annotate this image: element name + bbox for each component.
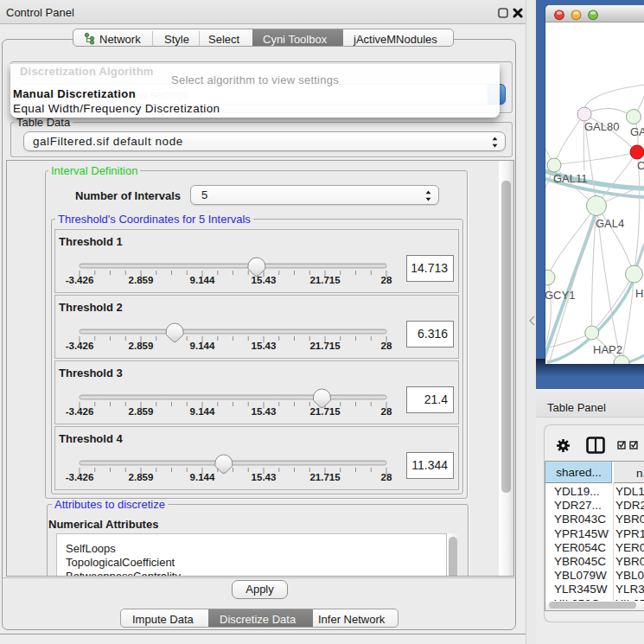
svg-text:2.859: 2.859: [129, 275, 154, 285]
svg-text:28: 28: [381, 275, 392, 285]
svg-text:9.144: 9.144: [190, 406, 215, 417]
svg-text:21.715: 21.715: [309, 275, 341, 285]
svg-text:28: 28: [381, 472, 392, 482]
svg-text:HAP2: HAP2: [593, 343, 622, 356]
svg-text:9.144: 9.144: [190, 472, 215, 482]
svg-text:15.43: 15.43: [252, 341, 277, 351]
svg-text:9.144: 9.144: [190, 275, 215, 285]
svg-text:2.859: 2.859: [129, 341, 154, 351]
svg-text:21.715: 21.715: [309, 472, 341, 482]
svg-text:15.43: 15.43: [252, 472, 277, 482]
svg-text:28: 28: [381, 406, 392, 417]
svg-text:-3.426: -3.426: [66, 406, 94, 417]
svg-text:15.43: 15.43: [252, 275, 277, 285]
svg-text:GA: GA: [630, 125, 644, 138]
svg-text:-3.426: -3.426: [66, 341, 94, 351]
svg-text:21.715: 21.715: [309, 406, 341, 417]
svg-text:9.144: 9.144: [190, 341, 215, 351]
svg-text:15.43: 15.43: [252, 406, 277, 417]
svg-text:GAL80: GAL80: [584, 120, 619, 133]
svg-text:GAL4: GAL4: [596, 217, 624, 230]
svg-text:H: H: [635, 287, 643, 300]
svg-text:2.859: 2.859: [129, 406, 154, 417]
svg-text:21.715: 21.715: [309, 341, 341, 351]
svg-text:2.859: 2.859: [129, 472, 154, 482]
svg-text:-3.426: -3.426: [66, 275, 94, 285]
svg-text:GCY1: GCY1: [545, 289, 575, 302]
svg-text:GAL11: GAL11: [553, 172, 588, 185]
svg-text:28: 28: [381, 341, 392, 351]
svg-text:C: C: [637, 159, 644, 172]
svg-text:-3.426: -3.426: [66, 472, 94, 482]
